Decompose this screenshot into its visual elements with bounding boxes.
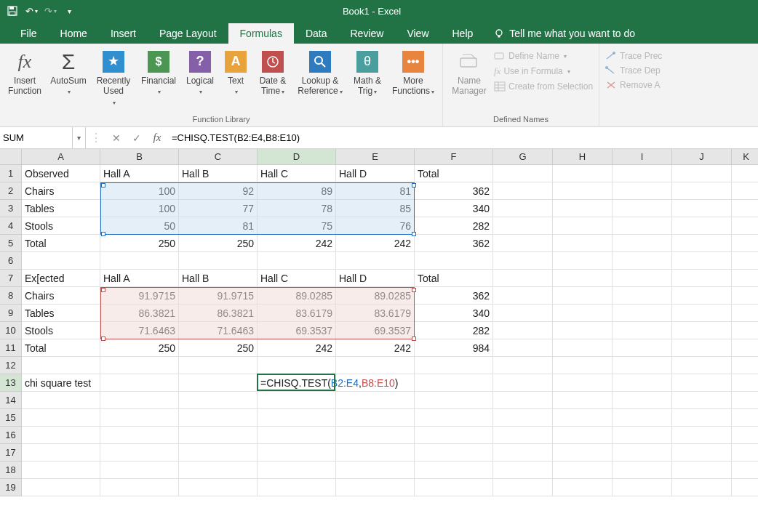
column-header-K[interactable]: K [732, 149, 758, 165]
cell-K1[interactable] [732, 165, 758, 182]
cell-F18[interactable] [415, 462, 493, 479]
cell-I3[interactable] [613, 200, 672, 217]
cell-G19[interactable] [493, 479, 553, 496]
cell-G13[interactable] [493, 374, 553, 392]
cell-E2[interactable]: 81 [336, 182, 415, 200]
cell-I18[interactable] [613, 462, 672, 479]
cell-K12[interactable] [732, 357, 758, 374]
cell-C14[interactable] [179, 392, 258, 409]
cell-F9[interactable]: 340 [415, 305, 493, 322]
cell-D6[interactable] [258, 252, 336, 270]
cell-F16[interactable] [415, 427, 493, 444]
cell-K4[interactable] [732, 217, 758, 235]
cell-J6[interactable] [672, 252, 732, 270]
cell-H11[interactable] [553, 339, 613, 357]
cell-K6[interactable] [732, 252, 758, 270]
row-header-10[interactable]: 10 [0, 322, 22, 339]
cell-D16[interactable] [258, 427, 336, 444]
cell-H12[interactable] [553, 357, 613, 374]
redo-icon[interactable]: ↷▾ [42, 3, 58, 19]
name-box[interactable]: SUM [0, 127, 73, 148]
cell-I7[interactable] [613, 270, 672, 287]
cell-J1[interactable] [672, 165, 732, 182]
cell-G3[interactable] [493, 200, 553, 217]
row-header-7[interactable]: 7 [0, 270, 22, 287]
cell-B5[interactable]: 250 [100, 235, 179, 252]
cell-B11[interactable]: 250 [100, 339, 179, 357]
cell-J18[interactable] [672, 462, 732, 479]
more-functions-button[interactable]: ••• More Functions▾ [388, 48, 438, 98]
financial-button[interactable]: $ Financial▾ [137, 48, 180, 98]
cell-A14[interactable] [22, 392, 100, 409]
date-time-button[interactable]: Date & Time▾ [253, 48, 292, 98]
row-header-4[interactable]: 4 [0, 217, 22, 235]
cell-A1[interactable]: Observed [22, 165, 100, 182]
tab-review[interactable]: Review [339, 23, 396, 44]
cell-F2[interactable]: 362 [415, 182, 493, 200]
cell-B4[interactable]: 50 [100, 217, 179, 235]
cell-C15[interactable] [179, 409, 258, 427]
cell-B3[interactable]: 100 [100, 200, 179, 217]
cell-H7[interactable] [553, 270, 613, 287]
cell-H1[interactable] [553, 165, 613, 182]
cell-E5[interactable]: 242 [336, 235, 415, 252]
row-header-18[interactable]: 18 [0, 462, 22, 479]
cell-H9[interactable] [553, 305, 613, 322]
column-header-C[interactable]: C [179, 149, 258, 165]
cell-D4[interactable]: 75 [258, 217, 336, 235]
column-header-A[interactable]: A [22, 149, 100, 165]
cell-H5[interactable] [553, 235, 613, 252]
cell-J2[interactable] [672, 182, 732, 200]
cell-C4[interactable]: 81 [179, 217, 258, 235]
cell-B2[interactable]: 100 [100, 182, 179, 200]
cell-E14[interactable] [336, 392, 415, 409]
cell-J7[interactable] [672, 270, 732, 287]
cell-G12[interactable] [493, 357, 553, 374]
cell-H17[interactable] [553, 444, 613, 462]
row-header-1[interactable]: 1 [0, 165, 22, 182]
cell-K19[interactable] [732, 479, 758, 496]
cell-F15[interactable] [415, 409, 493, 427]
cell-K16[interactable] [732, 427, 758, 444]
cell-D18[interactable] [258, 462, 336, 479]
cell-B19[interactable] [100, 479, 179, 496]
cell-I17[interactable] [613, 444, 672, 462]
cell-G4[interactable] [493, 217, 553, 235]
row-header-5[interactable]: 5 [0, 235, 22, 252]
cell-C9[interactable]: 86.3821 [179, 305, 258, 322]
cell-C16[interactable] [179, 427, 258, 444]
cell-J17[interactable] [672, 444, 732, 462]
cell-B15[interactable] [100, 409, 179, 427]
cell-A13[interactable]: chi square test [22, 374, 100, 392]
cell-A3[interactable]: Tables [22, 200, 100, 217]
cell-C5[interactable]: 250 [179, 235, 258, 252]
column-header-E[interactable]: E [336, 149, 415, 165]
cell-K5[interactable] [732, 235, 758, 252]
row-header-12[interactable]: 12 [0, 357, 22, 374]
cell-F19[interactable] [415, 479, 493, 496]
cell-G10[interactable] [493, 322, 553, 339]
tab-page-layout[interactable]: Page Layout [148, 23, 228, 44]
column-header-G[interactable]: G [493, 149, 553, 165]
cell-D3[interactable]: 78 [258, 200, 336, 217]
cell-I12[interactable] [613, 357, 672, 374]
fx-button[interactable]: fx [147, 127, 167, 148]
row-header-13[interactable]: 13 [0, 374, 22, 392]
cell-I4[interactable] [613, 217, 672, 235]
trace-precedents-button[interactable]: Trace Prec [605, 51, 662, 61]
cell-E1[interactable]: Hall D [336, 165, 415, 182]
cell-A2[interactable]: Chairs [22, 182, 100, 200]
cell-D19[interactable] [258, 479, 336, 496]
cell-C7[interactable]: Hall B [179, 270, 258, 287]
cell-E16[interactable] [336, 427, 415, 444]
cell-C13[interactable] [179, 374, 258, 392]
select-all-corner[interactable] [0, 149, 22, 165]
column-header-F[interactable]: F [415, 149, 493, 165]
cell-G16[interactable] [493, 427, 553, 444]
cell-I13[interactable] [613, 374, 672, 392]
cell-A9[interactable]: Tables [22, 305, 100, 322]
remove-arrows-button[interactable]: Remove A [605, 80, 662, 90]
cell-F14[interactable] [415, 392, 493, 409]
cell-I8[interactable] [613, 287, 672, 305]
cell-H2[interactable] [553, 182, 613, 200]
